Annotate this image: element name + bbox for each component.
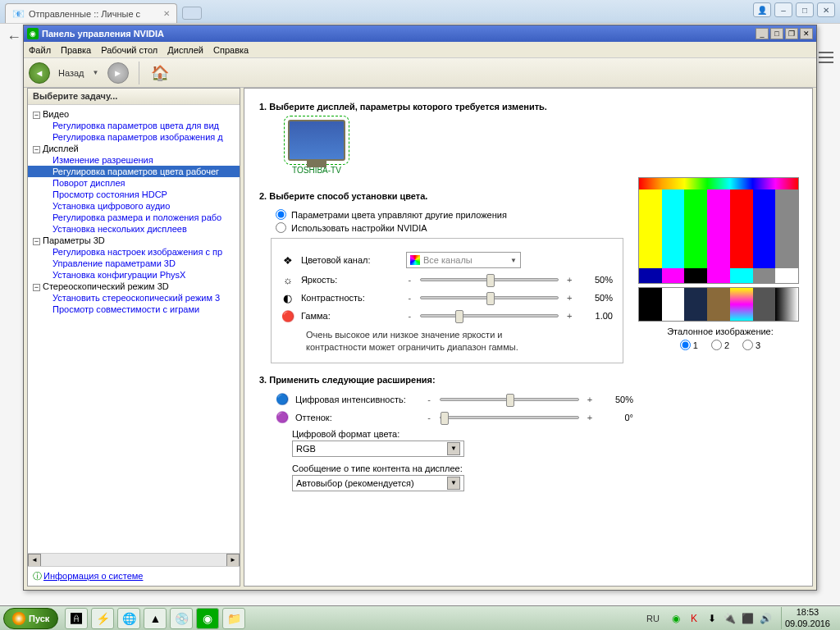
slider-thumb[interactable] [506, 394, 514, 407]
color-swatch-icon [410, 255, 420, 265]
tray-network-icon[interactable]: 🔌 [724, 612, 737, 625]
tree-leaf-selected[interactable]: Регулировка параметров цвета рабочег [28, 166, 240, 177]
tree-leaf[interactable]: Регулировка настроек изображения с пр [28, 246, 240, 258]
start-button[interactable]: Пуск [3, 608, 58, 629]
intensity-slider[interactable] [440, 398, 579, 401]
taskbar-nvidia[interactable]: ◉ [196, 608, 219, 629]
slider-thumb[interactable] [455, 310, 463, 323]
dropdown-icon[interactable]: ▼ [447, 477, 460, 490]
tray-icon-5[interactable]: ⬛ [742, 612, 755, 625]
nvidia-minimize-button[interactable]: _ [756, 28, 769, 39]
tray-antivirus-icon[interactable]: K [687, 612, 701, 625]
tray-date: 09.09.2016 [785, 619, 830, 629]
new-tab-button[interactable] [182, 7, 202, 20]
taskbar-app-1[interactable]: 🅰 [65, 608, 88, 629]
tree-leaf[interactable]: Поворот дисплея [28, 177, 240, 189]
slider-thumb[interactable] [441, 412, 449, 425]
chrome-maximize-button[interactable]: □ [796, 2, 814, 17]
back-dropdown-icon[interactable]: ▼ [93, 69, 101, 76]
monitor-icon[interactable] [288, 120, 345, 161]
tree-leaf[interactable]: Регулировка параметров цвета для вид [28, 120, 240, 131]
contrast-slider[interactable] [420, 296, 559, 299]
tree-node-display[interactable]: −Дисплей [28, 143, 240, 154]
nvidia-restore-button[interactable]: ❐ [785, 28, 798, 39]
tree-node-3d[interactable]: −Параметры 3D [28, 235, 240, 246]
tree-leaf[interactable]: Регулировка параметров изображения д [28, 131, 240, 143]
browser-tab[interactable]: 📧 Отправленные :: Личные с ✕ [5, 3, 177, 23]
forward-button[interactable]: ► [107, 62, 129, 84]
display-thumbnail[interactable]: TOSHIBA-TV [276, 120, 358, 175]
gamma-icon: 🔴 [281, 309, 294, 322]
taskbar-app-2[interactable]: ⚡ [91, 608, 114, 629]
system-info-link[interactable]: Информация о системе [43, 571, 143, 581]
nvidia-titlebar[interactable]: ◉ Панель управления NVIDIA _ □ ❐ ✕ [24, 25, 816, 42]
channel-select[interactable]: Все каналы ▼ [406, 252, 521, 268]
tray-nvidia-icon[interactable]: ◉ [669, 612, 682, 625]
contrast-icon: ◐ [281, 291, 294, 304]
tree-leaf[interactable]: Управление параметрами 3D [28, 258, 240, 269]
collapse-icon[interactable]: − [33, 146, 40, 153]
collapse-icon[interactable]: − [33, 284, 40, 291]
chrome-back-button[interactable]: ← [7, 29, 21, 46]
dropdown-icon[interactable]: ▼ [447, 442, 460, 455]
tree-content[interactable]: −Видео Регулировка параметров цвета для … [28, 105, 240, 553]
channel-value: Все каналы [423, 255, 472, 265]
menu-desktop[interactable]: Рабочий стол [101, 45, 158, 55]
tree-node-video[interactable]: −Видео [28, 108, 240, 120]
tray-clock[interactable]: 18:53 09.09.2016 [781, 607, 833, 628]
tree-leaf[interactable]: Установить стереоскопический режим 3 [28, 292, 240, 304]
nvidia-maximize-button[interactable]: □ [770, 28, 783, 39]
radio-nvidia-input[interactable] [276, 222, 286, 233]
slider-thumb[interactable] [486, 292, 495, 305]
taskbar-aimp[interactable]: ▲ [144, 608, 167, 629]
menu-file[interactable]: Файл [29, 45, 51, 55]
scroll-right-icon[interactable]: ► [226, 554, 240, 567]
hue-slider[interactable] [440, 416, 579, 419]
taskbar-explorer[interactable]: 📁 [222, 608, 245, 629]
menu-display[interactable]: Дисплей [167, 45, 203, 55]
tray-volume-icon[interactable]: 🔊 [760, 612, 773, 625]
channel-icon: ❖ [281, 253, 294, 267]
tree-scrollbar[interactable]: ◄ ► [28, 553, 240, 566]
collapse-icon[interactable]: − [33, 112, 40, 119]
tree-leaf[interactable]: Просмотр состояния HDCP [28, 189, 240, 200]
tree-leaf[interactable]: Регулировка размера и положения рабо [28, 212, 240, 223]
ref-radio-3[interactable]: 3 [742, 340, 760, 350]
scroll-track[interactable] [41, 554, 226, 566]
back-label[interactable]: Назад [58, 68, 84, 78]
chrome-user-button[interactable]: 👤 [753, 2, 771, 17]
tree-leaf[interactable]: Установка нескольких дисплеев [28, 223, 240, 235]
back-button[interactable]: ◄ [29, 62, 50, 84]
tray-language[interactable]: RU [646, 614, 660, 623]
taskbar-app-5[interactable]: 💿 [170, 608, 193, 629]
tree-leaf[interactable]: Установка конфигурации PhysX [28, 269, 240, 281]
brightness-slider[interactable] [420, 278, 559, 281]
tray-time: 18:53 [785, 607, 830, 618]
nvidia-close-button[interactable]: ✕ [800, 28, 813, 39]
tab-close-icon[interactable]: ✕ [163, 9, 170, 18]
tray-icon-3[interactable]: ⬇ [705, 612, 719, 625]
taskbar-chrome[interactable]: 🌐 [117, 608, 140, 629]
color-format-select[interactable]: RGB ▼ [292, 441, 464, 457]
chrome-menu-icon[interactable] [819, 52, 833, 63]
ref-radio-2[interactable]: 2 [711, 340, 729, 350]
nvidia-control-panel-window: ◉ Панель управления NVIDIA _ □ ❐ ✕ Файл … [23, 25, 817, 591]
menu-edit[interactable]: Правка [61, 45, 91, 55]
chrome-minimize-button[interactable]: – [774, 2, 792, 17]
dropdown-icon[interactable]: ▼ [510, 257, 517, 264]
slider-thumb[interactable] [486, 274, 495, 287]
tree-leaf[interactable]: Изменение разрешения [28, 154, 240, 166]
radio-other-input[interactable] [276, 209, 286, 220]
home-button[interactable]: 🏠 [149, 62, 171, 84]
chrome-close-button[interactable]: ✕ [817, 2, 835, 17]
menu-help[interactable]: Справка [213, 45, 249, 55]
settings-note: Очень высокое или низкое значение яркост… [306, 329, 613, 354]
tree-node-stereo[interactable]: −Стереоскопический режим 3D [28, 281, 240, 292]
content-type-select[interactable]: Автовыбор (рекомендуется) ▼ [292, 475, 464, 491]
scroll-left-icon[interactable]: ◄ [28, 554, 41, 567]
ref-radio-1[interactable]: 1 [680, 340, 698, 350]
gamma-slider[interactable] [420, 314, 559, 317]
tree-leaf[interactable]: Просмотр совместимости с играми [28, 304, 240, 315]
tree-leaf[interactable]: Установка цифрового аудио [28, 200, 240, 212]
collapse-icon[interactable]: − [33, 238, 40, 245]
